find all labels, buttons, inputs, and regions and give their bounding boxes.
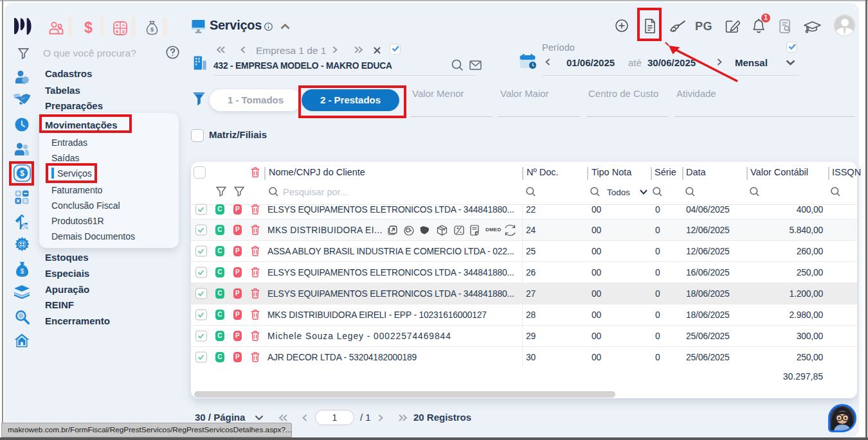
svg-text:$: $ [150,26,154,33]
svg-text:$: $ [21,268,24,275]
